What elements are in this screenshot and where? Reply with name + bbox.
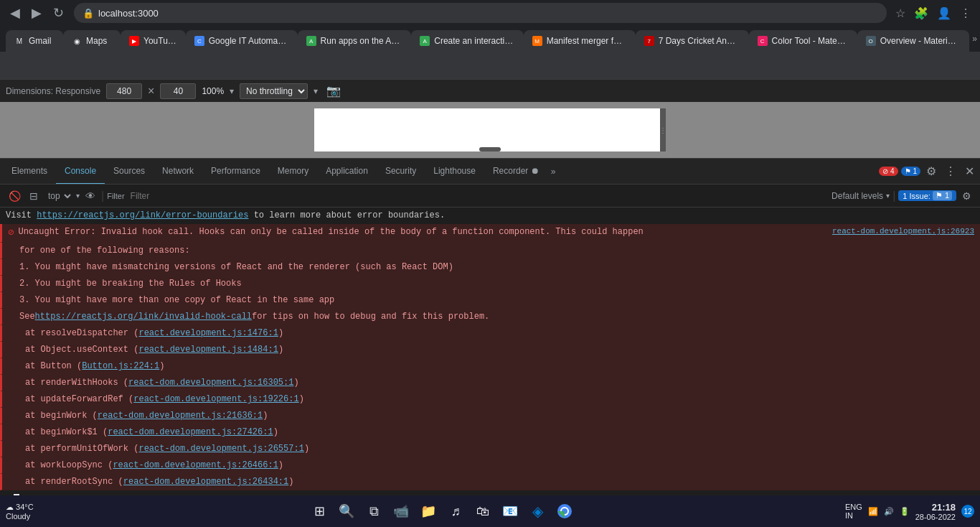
stack-link-5[interactable]: react-dom.development.js:19226:1 <box>133 394 298 404</box>
stack-line-3: at Button (Button.js:224:1) <box>0 358 980 375</box>
chrome-button[interactable] <box>553 500 576 523</box>
search-button[interactable]: 🔍 <box>335 500 358 523</box>
tab-overview[interactable]: O Overview - Material... <box>857 30 970 52</box>
weather-icon: ☁ <box>6 503 14 511</box>
tab-label-gmail: Gmail <box>29 36 55 46</box>
taskbar: ☁ 34°C Cloudy ⊞ 🔍 ⧉ 📹 📁 ♬ 🛍 📧 ◈ ENGIN 📶 … <box>0 495 980 527</box>
tab-label-youtube: YouTube <box>143 36 177 46</box>
tab-elements[interactable]: Elements <box>3 159 56 185</box>
tab-gmail[interactable]: M Gmail <box>6 30 63 52</box>
reason2-text: 2. You might be breaking the Rules of Ho… <box>19 277 242 290</box>
resize-handle-bottom[interactable] <box>479 147 501 151</box>
more-tabs-button[interactable]: » <box>969 34 980 44</box>
tab-label-cricket: 7 Days Cricket Anal... <box>659 36 740 46</box>
tab-lighthouse[interactable]: Lighthouse <box>425 159 484 185</box>
tab-recorder[interactable]: Recorder ⏺ <box>484 159 548 185</box>
tab-network-label: Network <box>162 166 194 176</box>
console-toolbar-right: Default levels ▾ | 1 Issue: ⚑ 1 ⚙ <box>831 187 974 205</box>
gmail-favicon: M <box>14 36 24 46</box>
error-boundaries-link[interactable]: https://reactjs.org/link/error-boundarie… <box>37 210 248 220</box>
dimension-separator: × <box>148 85 154 98</box>
address-bar[interactable]: 🔒 localhost:3000 <box>74 3 887 23</box>
stack-text-4: at renderWithHooks (react-dom.developmen… <box>25 376 299 389</box>
zoom-display[interactable]: 100% <box>202 86 224 96</box>
notification-badge[interactable]: 12 <box>961 505 974 518</box>
task-view-button[interactable]: ⧉ <box>362 500 385 523</box>
tab-color-tool[interactable]: C Color Tool - Materi... <box>749 30 857 52</box>
throttle-arrow: ▾ <box>314 86 318 96</box>
taskbar-weather: ☁ 34°C Cloudy <box>6 503 34 521</box>
taskbar-clock[interactable]: 21:18 28-06-2022 <box>915 502 956 521</box>
error-source-link[interactable]: react-dom.development.js:26923 <box>832 225 974 238</box>
windows-start-button[interactable]: ⊞ <box>308 500 331 523</box>
teams-button[interactable]: 📹 <box>390 500 413 523</box>
devtools-more-button[interactable]: ⋮ <box>942 162 959 181</box>
tab-network[interactable]: Network <box>154 159 202 185</box>
stack-link-1[interactable]: react.development.js:1476:1 <box>138 328 278 338</box>
title-bar: ◀ ▶ ↻ 🔒 localhost:3000 ☆ 🧩 👤 ⋮ <box>0 0 980 26</box>
stack-link-3[interactable]: Button.js:224:1 <box>82 361 159 371</box>
devtools-settings-button[interactable]: ⚙ <box>923 162 939 181</box>
tab-google-it[interactable]: C Google IT Automati... <box>186 30 298 52</box>
stack-link-6[interactable]: react-dom.development.js:21636:1 <box>98 411 263 421</box>
tab-application[interactable]: Application <box>317 159 377 185</box>
extensions-button[interactable]: 🧩 <box>911 4 931 23</box>
reload-button[interactable]: ↻ <box>49 2 68 24</box>
stack-link-7[interactable]: react-dom.development.js:27426:1 <box>108 427 273 437</box>
stack-link-8[interactable]: react-dom.development.js:26557:1 <box>138 444 303 454</box>
tab-cricket[interactable]: 7 7 Days Cricket Anal... <box>636 30 749 52</box>
guitar-pro-button[interactable]: ♬ <box>444 500 467 523</box>
tab-manifest[interactable]: M Manifest merger fai... <box>524 30 636 52</box>
preview-area: ⋮ <box>0 102 980 158</box>
taskbar-time: 21:18 <box>915 502 956 513</box>
vs-code-button[interactable]: ◈ <box>526 500 549 523</box>
profile-button[interactable]: 👤 <box>934 4 954 23</box>
tab-performance[interactable]: Performance <box>202 159 269 185</box>
width-input[interactable] <box>106 83 142 99</box>
tab-maps[interactable]: ◉ Maps <box>63 30 121 52</box>
tab-run-apps[interactable]: A Run apps on the An... <box>298 30 412 52</box>
mail-button[interactable]: 📧 <box>499 500 522 523</box>
console-settings-button[interactable]: ⚙ <box>959 187 974 205</box>
taskbar-right: ENGIN 📶 🔊 🔋 21:18 28-06-2022 12 <box>845 502 974 521</box>
tab-sources[interactable]: Sources <box>105 159 154 185</box>
tab-create-int[interactable]: A Create an interactiv... <box>411 30 523 52</box>
stack-link-10[interactable]: react-dom.development.js:26434:1 <box>123 477 288 487</box>
issue-badge[interactable]: 1 Issue: ⚑ 1 <box>898 190 956 201</box>
tab-console[interactable]: Console <box>56 159 105 185</box>
toolbar-divider: | <box>101 190 104 202</box>
console-content[interactable]: Visit https://reactjs.org/link/error-bou… <box>0 207 980 513</box>
default-levels-select[interactable]: Default levels <box>831 191 883 201</box>
ms-store-button[interactable]: 🛍 <box>471 500 494 523</box>
resize-handle-right[interactable]: ⋮ <box>660 108 666 151</box>
console-error-reason3: 3. You might have more than one copy of … <box>0 292 980 309</box>
context-selector[interactable]: top <box>44 189 73 203</box>
stack-link-4[interactable]: react-dom.development.js:16305:1 <box>128 378 293 388</box>
eye-button[interactable]: 👁 <box>83 187 98 205</box>
tab-memory[interactable]: Memory <box>269 159 317 185</box>
forward-button[interactable]: ▶ <box>27 2 46 24</box>
create-int-favicon: A <box>420 36 430 46</box>
throttle-select[interactable]: No throttling Fast 3G Slow 3G Offline <box>240 83 308 99</box>
height-input[interactable] <box>160 83 196 99</box>
tab-youtube[interactable]: ▶ YouTube <box>121 30 186 52</box>
console-filter-toggle[interactable]: ⊟ <box>27 187 41 205</box>
stack-link-9[interactable]: react-dom.development.js:26466:1 <box>113 460 278 470</box>
devtools-close-button[interactable]: ✕ <box>962 162 977 181</box>
back-button[interactable]: ◀ <box>6 2 24 24</box>
see-text-after: for tips on how to debug and fix this pr… <box>252 310 489 323</box>
devtools-more-tabs[interactable]: » <box>548 167 559 177</box>
screenshot-button[interactable]: 📷 <box>324 81 344 101</box>
stack-text-6: at beginWork (react-dom.development.js:2… <box>25 409 268 422</box>
error-icon: ⊘ <box>8 225 14 241</box>
invalid-hook-call-link[interactable]: https://reactjs.org/link/invalid-hook-ca… <box>35 310 252 323</box>
stack-link-2[interactable]: react.development.js:1484:1 <box>138 345 278 355</box>
file-explorer-button[interactable]: 📁 <box>417 500 440 523</box>
filter-input[interactable] <box>128 190 829 202</box>
tab-security[interactable]: Security <box>377 159 425 185</box>
bookmark-button[interactable]: ☆ <box>892 4 908 23</box>
console-clear-button[interactable]: 🚫 <box>6 187 24 205</box>
browser-menu-button[interactable]: ⋮ <box>957 4 974 23</box>
maps-favicon: ◉ <box>72 36 82 46</box>
lock-icon: 🔒 <box>83 8 94 19</box>
